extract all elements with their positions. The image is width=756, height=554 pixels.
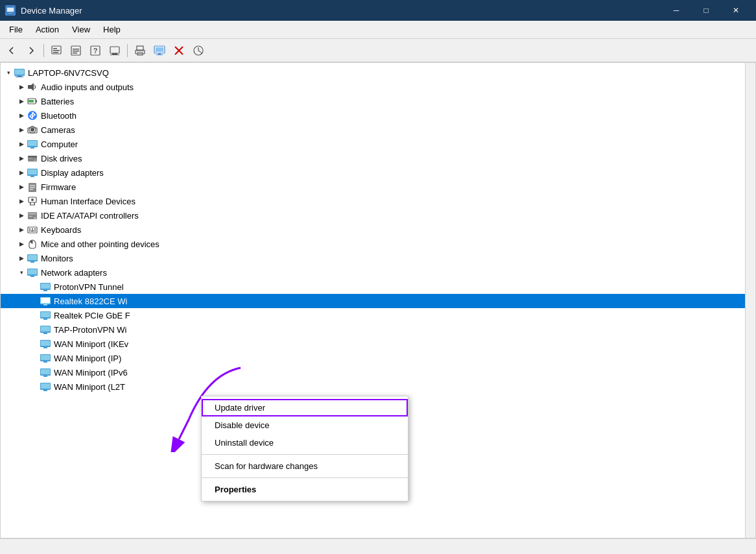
properties-button-2[interactable] [67, 42, 85, 60]
svg-rect-70 [30, 241, 32, 243]
tree-item-batteries[interactable]: ▶ Batteries [1, 94, 745, 108]
svg-rect-90 [41, 341, 50, 346]
forward-button[interactable] [22, 42, 40, 60]
root-toggle[interactable]: ▾ [3, 67, 14, 78]
tree-item-bluetooth[interactable]: ▶ Bluetooth [1, 108, 745, 123]
help-button[interactable]: ? [86, 42, 104, 60]
svg-rect-2 [8, 13, 12, 14]
context-menu-sep [202, 454, 408, 455]
tree-root[interactable]: ▾ LAPTOP-6NV7CSVQ [1, 66, 745, 80]
status-bar [0, 538, 756, 554]
batteries-toggle[interactable]: ▶ [16, 96, 27, 106]
context-menu-update-driver[interactable]: Update driver [202, 399, 408, 416]
bluetooth-toggle[interactable]: ▶ [16, 110, 27, 121]
tree-item-mice[interactable]: ▶ Mice and other pointing devices [1, 237, 745, 251]
properties-button[interactable] [47, 42, 65, 60]
svg-rect-68 [34, 230, 36, 232]
update-button[interactable] [189, 42, 207, 60]
disk-toggle[interactable]: ▶ [16, 153, 27, 163]
tree-item-realtek-eth[interactable]: ▶ Realtek PCIe GbE F [1, 308, 745, 322]
remove-button[interactable] [170, 42, 188, 60]
computer-icon [27, 138, 38, 150]
menu-bar: File Action View Help [0, 21, 756, 39]
tree-item-wan-ikev[interactable]: ▶ WAN Miniport (IKEv [1, 337, 745, 351]
tree-item-display[interactable]: ▶ Display adapters [1, 165, 745, 180]
tree-item-audio[interactable]: ▶ Audio inputs and outputs [1, 80, 745, 94]
monitors-toggle[interactable]: ▶ [16, 253, 27, 263]
tree-item-hid[interactable]: ▶ Human Interface Devices [1, 194, 745, 208]
tree-item-cameras[interactable]: ▶ Cameras [1, 123, 745, 137]
firmware-toggle[interactable]: ▶ [16, 182, 27, 192]
scrollbar[interactable] [745, 63, 755, 538]
window-title: Device Manager [21, 6, 82, 16]
tree-item-monitors[interactable]: ▶ Monitors [1, 251, 745, 265]
context-menu-properties[interactable]: Properties [202, 481, 408, 498]
svg-rect-65 [34, 228, 36, 230]
display-toggle[interactable]: ▶ [16, 167, 27, 178]
audio-label: Audio inputs and outputs [41, 82, 134, 92]
svg-rect-85 [43, 319, 47, 320]
ide-icon [27, 210, 38, 221]
keyboards-toggle[interactable]: ▶ [16, 224, 27, 235]
console-button[interactable] [106, 42, 124, 60]
mice-toggle[interactable]: ▶ [16, 239, 27, 249]
context-menu-disable[interactable]: Disable device [202, 416, 408, 434]
tree-item-firmware[interactable]: ▶ Firmware [1, 180, 745, 194]
ide-toggle[interactable]: ▶ [16, 210, 27, 221]
menu-help[interactable]: Help [97, 22, 127, 37]
back-button[interactable] [3, 42, 21, 60]
menu-file[interactable]: File [3, 22, 29, 37]
tree-item-wan-ip[interactable]: ▶ WAN Miniport (IP) [1, 351, 745, 365]
svg-rect-22 [158, 53, 161, 54]
svg-rect-59 [29, 213, 36, 215]
tree-item-ide[interactable]: ▶ IDE ATA/ATAPI controllers [1, 208, 745, 223]
batteries-icon [27, 95, 38, 107]
network-toggle[interactable]: ▾ [16, 267, 27, 278]
audio-toggle[interactable]: ▶ [16, 82, 27, 92]
svg-rect-28 [15, 69, 24, 75]
realtek-wifi-icon [40, 295, 51, 307]
toolbar: ? [0, 39, 756, 62]
context-menu: Update driver Disable device Uninstall d… [201, 396, 408, 501]
computer-toggle[interactable]: ▶ [16, 139, 27, 149]
menu-view[interactable]: View [65, 22, 97, 37]
close-button[interactable]: ✕ [721, 0, 751, 21]
monitor-button[interactable] [150, 42, 169, 60]
tree-item-computer[interactable]: ▶ Computer [1, 137, 745, 151]
svg-rect-48 [30, 176, 34, 177]
disk-icon [27, 152, 38, 164]
tree-item-tap[interactable]: ▶ TAP-ProtonVPN Wi [1, 322, 745, 337]
svg-rect-45 [29, 158, 32, 158]
title-bar: Device Manager ─ □ ✕ [0, 0, 756, 21]
tree-item-network[interactable]: ▾ Network adapters [1, 265, 745, 280]
svg-rect-97 [43, 376, 47, 377]
svg-rect-34 [36, 100, 37, 102]
toolbar-sep-1 [43, 44, 44, 57]
ide-label: IDE ATA/ATAPI controllers [41, 211, 139, 221]
context-menu-scan[interactable]: Scan for hardware changes [202, 457, 408, 475]
cameras-toggle[interactable]: ▶ [16, 125, 27, 135]
svg-rect-63 [29, 228, 30, 230]
tree-item-wan-l2t[interactable]: ▶ WAN Miniport (L2T [1, 379, 745, 394]
tree-item-realtek-wifi[interactable]: ▶ Realtek 8822CE Wi [1, 294, 745, 308]
monitors-label: Monitors [41, 254, 73, 263]
tree-item-keyboards[interactable]: ▶ Keyboards [1, 223, 745, 237]
tree-item-protonvpn[interactable]: ▶ ProtonVPN Tunnel [1, 280, 745, 294]
svg-point-44 [34, 160, 36, 162]
tree-item-wan-ipv6[interactable]: ▶ WAN Miniport (IPv6 [1, 365, 745, 379]
context-menu-uninstall[interactable]: Uninstall device [202, 434, 408, 452]
hid-toggle[interactable]: ▶ [16, 196, 27, 206]
svg-rect-3 [7, 14, 14, 15]
svg-rect-43 [28, 156, 37, 158]
disk-label: Disk drives [41, 154, 82, 163]
svg-rect-64 [32, 228, 33, 230]
menu-action[interactable]: Action [29, 22, 65, 37]
minimize-button[interactable]: ─ [661, 0, 691, 21]
keyboards-icon [27, 224, 38, 235]
print-button[interactable] [131, 42, 149, 60]
svg-rect-61 [29, 216, 32, 217]
maximize-button[interactable]: □ [691, 0, 721, 21]
tree-item-disk[interactable]: ▶ Disk drives [1, 151, 745, 165]
realtek-wifi-label: Realtek 8822CE Wi [54, 296, 127, 306]
batteries-label: Batteries [41, 97, 74, 106]
